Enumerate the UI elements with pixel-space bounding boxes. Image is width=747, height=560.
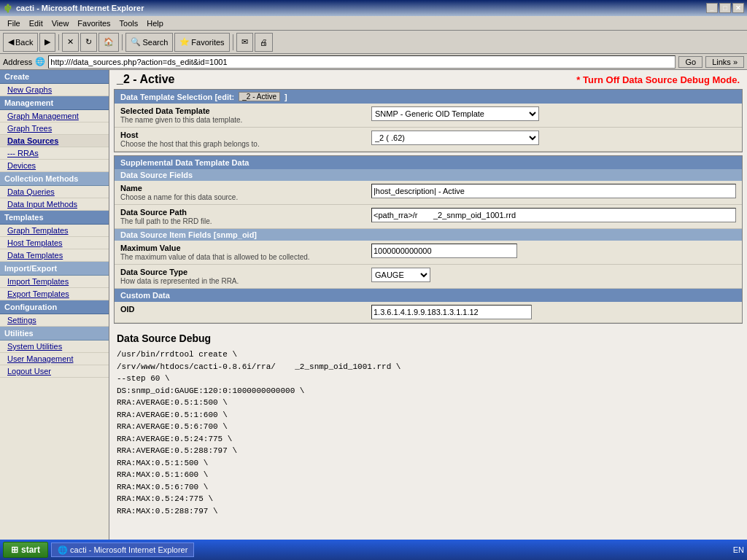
toolbar: ◀ Back ▶ ✕ ↻ 🏠 🔍 Search ⭐ Favorites ✉ 🖨 xyxy=(0,31,747,54)
menu-favorites[interactable]: Favorites xyxy=(73,18,115,29)
selected-template-row: Selected Data Template The name given to… xyxy=(115,104,742,128)
sidebar-item-graph-management[interactable]: Graph Management xyxy=(0,110,109,122)
oid-input[interactable] xyxy=(371,305,532,319)
max-value-input[interactable] xyxy=(371,244,517,258)
ds-path-desc: The full path to the RRD file. xyxy=(120,217,360,225)
stop-button[interactable]: ✕ xyxy=(62,33,79,52)
max-value-label: Maximum Value xyxy=(120,244,360,252)
app-icon: 🌵 xyxy=(3,4,13,13)
selected-template-desc: The name given to this data template. xyxy=(120,116,360,124)
page-header: _2 - Active * Turn Off Data Source Debug… xyxy=(109,70,747,89)
selected-template-label: Selected Data Template xyxy=(120,106,360,115)
ds-path-input[interactable] xyxy=(371,208,736,222)
data-template-table: Selected Data Template The name given to… xyxy=(115,104,742,152)
sidebar-item-system-utilities[interactable]: System Utilities xyxy=(0,341,109,353)
taskbar: ⊞ start 🌐 cacti - Microsoft Internet Exp… xyxy=(0,540,747,545)
links-button[interactable]: Links » xyxy=(705,56,744,68)
host-desc: Choose the host that this graph belongs … xyxy=(120,140,360,148)
refresh-button[interactable]: ↻ xyxy=(80,33,97,52)
name-label: Name xyxy=(120,184,360,192)
sidebar-item-rras[interactable]: --- RRAs xyxy=(0,147,109,160)
sidebar-utilities-section: Utilities xyxy=(0,327,109,341)
mail-button[interactable]: ✉ xyxy=(236,33,253,52)
data-template-section: Data Template Selection [edit: _2 - Acti… xyxy=(114,89,743,152)
address-label: Address xyxy=(3,58,32,66)
sidebar-item-new-graphs[interactable]: New Graphs xyxy=(0,84,109,96)
debug-code: /usr/bin/rrdtool create \ /srv/www/htdoc… xyxy=(117,349,740,517)
menu-tools[interactable]: Tools xyxy=(115,18,143,29)
name-input[interactable] xyxy=(371,184,736,198)
sidebar-management-section: Management xyxy=(0,96,109,110)
search-button[interactable]: 🔍 Search xyxy=(125,33,173,52)
page-title: _2 - Active xyxy=(117,73,174,86)
ds-type-row: Data Source Type How data is represented… xyxy=(115,265,742,289)
sidebar-item-logout[interactable]: Logout User xyxy=(0,365,109,378)
name-desc: Choose a name for this data source. xyxy=(120,193,360,201)
ds-items-table: Maximum Value The maximum value of data … xyxy=(115,241,742,289)
close-button[interactable]: ✕ xyxy=(732,3,744,13)
window-title: cacti - Microsoft Internet Explorer xyxy=(16,4,144,12)
sidebar-item-host-templates[interactable]: Host Templates xyxy=(0,237,109,249)
sidebar-item-settings[interactable]: Settings xyxy=(0,314,109,327)
data-template-header: Data Template Selection [edit: _2 - Acti… xyxy=(115,90,742,104)
host-row: Host Choose the host that this graph bel… xyxy=(115,128,742,152)
edit-button[interactable]: _2 - Active xyxy=(239,92,280,101)
debug-title: Data Source Debug xyxy=(117,332,740,344)
sidebar-item-devices[interactable]: Devices xyxy=(0,160,109,172)
go-button[interactable]: Go xyxy=(678,56,703,68)
custom-data-header: Custom Data xyxy=(115,289,742,302)
supplemental-table: Name Choose a name for this data source.… xyxy=(115,181,742,229)
ds-type-select[interactable]: GAUGE COUNTER DERIVE ABSOLUTE xyxy=(371,268,430,282)
sidebar-templates-section: Templates xyxy=(0,211,109,225)
home-button[interactable]: 🏠 xyxy=(98,33,119,52)
content-area: _2 - Active * Turn Off Data Source Debug… xyxy=(109,70,747,545)
back-button[interactable]: ◀ Back xyxy=(3,33,38,52)
minimize-button[interactable]: _ xyxy=(706,3,718,13)
oid-label: OID xyxy=(120,305,360,314)
sidebar-item-graph-trees[interactable]: Graph Trees xyxy=(0,122,109,135)
data-source-fields-header: Data Source Fields xyxy=(115,169,742,181)
menu-help[interactable]: Help xyxy=(142,18,168,29)
title-bar: 🌵 cacti - Microsoft Internet Explorer _ … xyxy=(0,0,747,16)
favorites-button[interactable]: ⭐ Favorites xyxy=(174,33,229,52)
address-input[interactable] xyxy=(48,55,676,69)
sidebar-item-graph-templates[interactable]: Graph Templates xyxy=(0,225,109,237)
print-button[interactable]: 🖨 xyxy=(255,33,273,52)
sidebar-item-import-templates[interactable]: Import Templates xyxy=(0,276,109,288)
sidebar-item-user-management[interactable]: User Management xyxy=(0,353,109,365)
ds-type-label: Data Source Type xyxy=(120,268,360,276)
taskbar-ie-item[interactable]: 🌐 cacti - Microsoft Internet Explorer xyxy=(51,542,194,545)
ds-item-fields-header: Data Source Item Fields [snmp_oid] xyxy=(115,229,742,241)
debug-section: Data Source Debug /usr/bin/rrdtool creat… xyxy=(109,327,747,523)
address-icon: 🌐 xyxy=(35,57,45,66)
ds-type-desc: How data is represented in the RRA. xyxy=(120,277,360,285)
address-bar: Address 🌐 Go Links » xyxy=(0,54,747,70)
supplemental-header: Supplemental Data Template Data xyxy=(115,156,742,169)
menu-file[interactable]: File xyxy=(3,18,25,29)
sidebar-item-data-templates[interactable]: Data Templates xyxy=(0,249,109,262)
menu-view[interactable]: View xyxy=(47,18,74,29)
sidebar-item-data-input-methods[interactable]: Data Input Methods xyxy=(0,198,109,211)
custom-data-table: OID xyxy=(115,302,742,323)
selected-template-select[interactable]: SNMP - Generic OID Template xyxy=(371,106,539,121)
ds-path-row: Data Source Path The full path to the RR… xyxy=(115,205,742,229)
sidebar-collection-section: Collection Methods xyxy=(0,172,109,186)
sidebar-item-export-templates[interactable]: Export Templates xyxy=(0,288,109,300)
host-select[interactable]: _2 ( .62) xyxy=(371,131,539,145)
sidebar-create-section: Create xyxy=(0,70,109,84)
start-button[interactable]: ⊞ start xyxy=(3,542,48,545)
sidebar-import-export-section: Import/Export xyxy=(0,262,109,276)
sidebar: Create New Graphs Management Graph Manag… xyxy=(0,70,109,545)
max-value-desc: The maximum value of data that is allowe… xyxy=(120,253,360,261)
supplemental-section: Supplemental Data Template Data Data Sou… xyxy=(114,155,743,324)
sidebar-item-data-sources[interactable]: Data Sources xyxy=(0,135,109,147)
sidebar-item-data-queries[interactable]: Data Queries xyxy=(0,186,109,198)
menu-edit[interactable]: Edit xyxy=(25,18,47,29)
debug-mode-link[interactable]: * Turn Off Data Source Debug Mode. xyxy=(576,74,740,85)
forward-button[interactable]: ▶ xyxy=(39,33,55,52)
maximize-button[interactable]: □ xyxy=(719,3,731,13)
name-row: Name Choose a name for this data source. xyxy=(115,181,742,205)
sidebar-configuration-section: Configuration xyxy=(0,300,109,314)
start-icon: ⊞ xyxy=(11,545,18,545)
host-label: Host xyxy=(120,131,360,139)
